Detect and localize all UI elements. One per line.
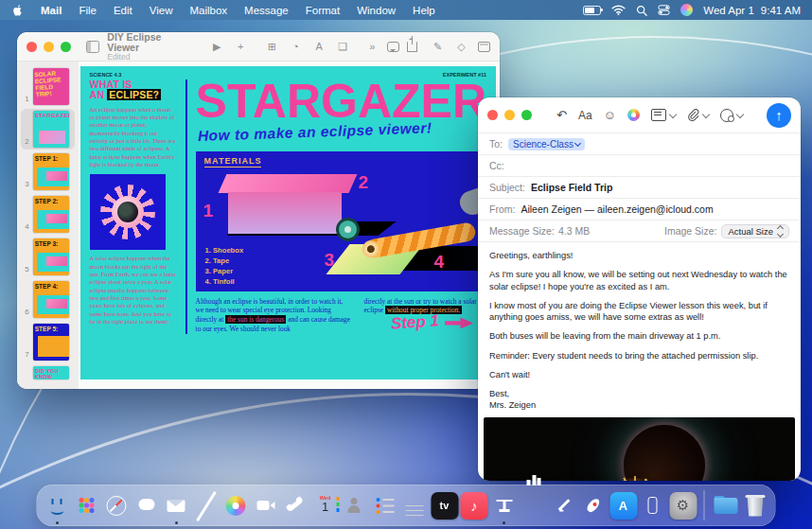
table-icon[interactable]: ⊞	[265, 41, 279, 53]
dock-numbers[interactable]	[521, 492, 548, 520]
message-meta-row: Message Size: 4.3 MB Image Size: Actual …	[478, 220, 801, 242]
send-button[interactable]: ↑	[767, 103, 791, 128]
apple-intelligence-icon[interactable]	[680, 4, 693, 16]
chart-icon[interactable]: ◔	[289, 41, 303, 52]
menu-bar: Mail File Edit View Mailbox Message Form…	[0, 0, 812, 20]
menu-item-file[interactable]: File	[70, 5, 105, 16]
keynote-window: DIY Eclipse Viewer Edited ▶ + ⊞ ◔ A ❏ » …	[17, 32, 500, 389]
body-paragraph: I know most of you are doing the Eclipse…	[489, 300, 789, 324]
image-size-select[interactable]: Actual Size	[721, 224, 789, 238]
dock-mail[interactable]	[163, 492, 190, 520]
minimize-button[interactable]	[44, 42, 54, 52]
dock-downloads-folder[interactable]	[712, 492, 739, 520]
dock-keynote[interactable]	[490, 492, 518, 520]
slide-experiment-no: EXPERIMENT #11	[443, 72, 486, 78]
animate-icon[interactable]: ◇	[454, 41, 468, 53]
apple-menu-icon[interactable]	[11, 4, 23, 17]
stationery-icon[interactable]	[651, 109, 676, 121]
dock-maps[interactable]	[192, 492, 220, 520]
undo-icon[interactable]: ↶	[556, 108, 567, 122]
close-button[interactable]	[487, 110, 498, 120]
comment-icon[interactable]	[387, 42, 399, 52]
format-brush-icon[interactable]: ✎	[431, 41, 445, 53]
add-slide-button[interactable]: +	[234, 41, 248, 52]
dock-notes[interactable]	[401, 492, 429, 520]
shoebox-illustration	[218, 174, 357, 193]
play-button[interactable]: ▶	[210, 41, 224, 53]
menu-item-help[interactable]: Help	[404, 5, 444, 16]
format-button[interactable]: Aa	[578, 109, 592, 122]
dock-system-settings[interactable]: ⚙	[669, 492, 697, 520]
recipient-token[interactable]: Science-Class	[508, 138, 585, 150]
dock-apps[interactable]	[73, 492, 100, 520]
text-box-icon[interactable]: A	[312, 41, 327, 52]
menu-item-format[interactable]: Format	[297, 5, 348, 16]
mail-compose-window: ↶ Aa ☺ ↑ To: Science-Class Cc: Subject: …	[478, 97, 801, 481]
markup-icon[interactable]	[720, 109, 743, 122]
dock-tv[interactable]: tv	[431, 492, 458, 520]
to-field[interactable]: To: Science-Class	[478, 133, 801, 155]
mail-toolbar[interactable]: ↶ Aa ☺ ↑	[478, 97, 801, 133]
wifi-icon[interactable]	[611, 5, 626, 15]
dock-facetime[interactable]	[252, 492, 279, 520]
slide-thumbnail-7[interactable]: 7 STEP 5:	[21, 322, 75, 362]
slide-thumbnail-8[interactable]: DID YOU KNOW	[21, 364, 75, 381]
shapes-icon[interactable]: ❏	[336, 41, 350, 53]
menu-bar-date[interactable]: Wed Apr 1	[703, 5, 754, 16]
dock-finder[interactable]	[44, 492, 71, 520]
slide-heading-highlight: ECLIPSE?	[107, 89, 161, 100]
dock-rocket[interactable]	[580, 492, 608, 520]
dock-music[interactable]: ♪	[461, 492, 488, 520]
slide-thumbnail-5[interactable]: 5 STEP 3:	[21, 237, 75, 277]
slide-thumbnail-6[interactable]: 6 STEP 4:	[21, 279, 75, 320]
subject-field[interactable]: Subject: Eclipse Field Trip	[478, 177, 801, 199]
dock: Wed1 tv ♪ A ⚙	[37, 485, 776, 526]
slide-thumbnail-4[interactable]: 4 STEP 2:	[21, 194, 75, 235]
tape-illustration	[336, 218, 360, 241]
control-center-icon[interactable]	[658, 4, 670, 16]
slide-thumbnail-2[interactable]: 2 STARGAZER	[21, 109, 75, 150]
slide-thumbnail-3[interactable]: 3 STEP 1:	[21, 151, 75, 192]
from-field[interactable]: From: Aileen Zeigen — aileen.zeigen@iclo…	[478, 199, 801, 220]
emoji-picker-icon[interactable]: ☺	[604, 108, 616, 122]
dock-app-store[interactable]: A	[609, 492, 637, 520]
menu-item-mailbox[interactable]: Mailbox	[181, 5, 236, 16]
slide-thumbnail-1[interactable]: 1 SOLAR ECLIPSE FIELD TRIP!	[21, 66, 75, 107]
dock-contacts[interactable]	[342, 492, 369, 520]
share-icon[interactable]	[407, 42, 417, 52]
cc-field[interactable]: Cc:	[478, 155, 801, 177]
keynote-titlebar[interactable]: DIY Eclipse Viewer Edited ▶ + ⊞ ◔ A ❏ » …	[17, 32, 500, 62]
message-size-label: Message Size:	[489, 225, 555, 237]
eclipse-photo-attachment[interactable]	[484, 417, 795, 481]
close-button[interactable]	[26, 42, 37, 52]
menu-item-window[interactable]: Window	[348, 5, 404, 16]
menu-item-message[interactable]: Message	[236, 5, 297, 16]
menu-item-mail[interactable]: Mail	[32, 5, 70, 16]
spotlight-search-icon[interactable]	[636, 5, 647, 16]
document-icon[interactable]	[478, 42, 490, 52]
message-body[interactable]: Greetings, earthlings! As I'm sure you a…	[478, 242, 801, 415]
menu-item-edit[interactable]: Edit	[105, 5, 141, 16]
menu-item-view[interactable]: View	[141, 5, 182, 16]
more-toolbar-icon[interactable]: »	[365, 41, 380, 52]
dock-calendar[interactable]: Wed1	[311, 492, 339, 520]
attach-file-icon[interactable]	[687, 109, 709, 121]
sidebar-toggle-icon[interactable]	[86, 41, 99, 53]
battery-icon[interactable]	[583, 6, 601, 15]
dock-iphone-mirroring[interactable]	[640, 492, 667, 520]
desktop: Mail File Edit View Mailbox Message Form…	[0, 0, 812, 529]
zoom-button[interactable]	[521, 110, 532, 120]
message-size-value: 4.3 MB	[558, 225, 590, 237]
dock-safari[interactable]	[103, 492, 131, 520]
photos-browser-icon[interactable]	[627, 109, 640, 121]
body-paragraph: Greetings, earthlings!	[489, 250, 789, 261]
dock-trash[interactable]	[742, 492, 769, 520]
zoom-button[interactable]	[61, 42, 71, 52]
dock-phone[interactable]	[282, 492, 309, 520]
dock-pages[interactable]	[550, 492, 577, 520]
minimize-button[interactable]	[504, 110, 515, 120]
dock-messages[interactable]	[132, 492, 160, 520]
dock-reminders[interactable]	[371, 492, 398, 520]
menu-bar-time[interactable]: 9:41 AM	[761, 5, 801, 16]
dock-photos[interactable]	[222, 492, 250, 520]
